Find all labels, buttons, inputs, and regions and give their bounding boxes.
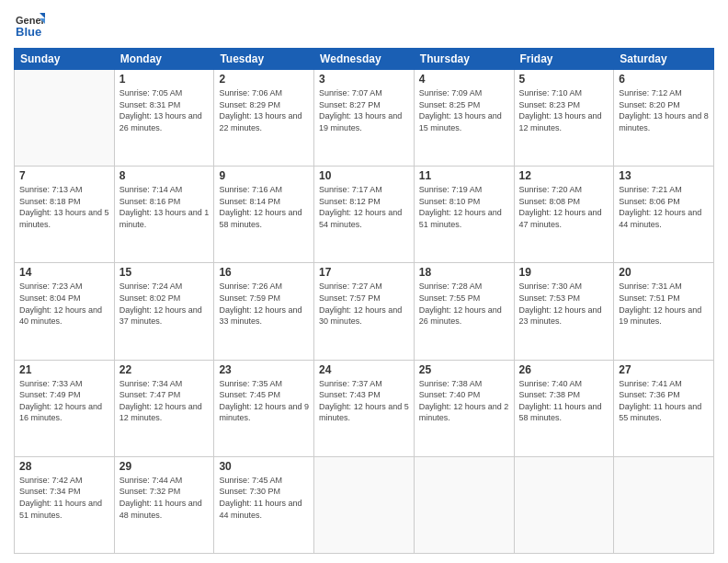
calendar-cell: 27Sunrise: 7:41 AMSunset: 7:36 PMDayligh… (614, 360, 714, 456)
weekday-header-sunday: Sunday (15, 49, 115, 70)
day-number: 23 (219, 363, 309, 376)
calendar-cell: 11Sunrise: 7:19 AMSunset: 8:10 PMDayligh… (414, 167, 514, 263)
calendar-cell: 28Sunrise: 7:42 AMSunset: 7:34 PMDayligh… (15, 456, 115, 553)
calendar-cell (15, 70, 115, 167)
weekday-header-thursday: Thursday (414, 49, 514, 70)
day-number: 22 (119, 363, 210, 376)
calendar-cell: 15Sunrise: 7:24 AMSunset: 8:02 PMDayligh… (114, 263, 214, 360)
day-number: 11 (419, 169, 509, 182)
day-number: 24 (319, 363, 409, 376)
day-number: 19 (519, 266, 609, 279)
day-number: 30 (219, 460, 309, 473)
day-info: Sunrise: 7:05 AMSunset: 8:31 PMDaylight:… (119, 87, 210, 133)
calendar-cell: 20Sunrise: 7:31 AMSunset: 7:51 PMDayligh… (614, 263, 714, 360)
calendar-cell: 24Sunrise: 7:37 AMSunset: 7:43 PMDayligh… (314, 360, 415, 456)
calendar-cell: 14Sunrise: 7:23 AMSunset: 8:04 PMDayligh… (15, 263, 115, 360)
logo-icon: General Blue (14, 9, 45, 40)
day-number: 29 (119, 460, 210, 473)
day-number: 26 (519, 363, 609, 376)
calendar-cell: 23Sunrise: 7:35 AMSunset: 7:45 PMDayligh… (214, 360, 314, 456)
calendar-cell (414, 456, 514, 553)
day-number: 16 (219, 266, 309, 279)
day-info: Sunrise: 7:09 AMSunset: 8:25 PMDaylight:… (419, 87, 509, 133)
day-number: 28 (19, 460, 109, 473)
calendar-cell: 12Sunrise: 7:20 AMSunset: 8:08 PMDayligh… (514, 167, 614, 263)
day-info: Sunrise: 7:38 AMSunset: 7:40 PMDaylight:… (419, 378, 509, 424)
day-number: 27 (619, 363, 709, 376)
calendar-cell: 8Sunrise: 7:14 AMSunset: 8:16 PMDaylight… (114, 167, 214, 263)
calendar-cell: 10Sunrise: 7:17 AMSunset: 8:12 PMDayligh… (314, 167, 415, 263)
calendar-cell: 18Sunrise: 7:28 AMSunset: 7:55 PMDayligh… (414, 263, 514, 360)
day-number: 3 (319, 73, 409, 86)
day-info: Sunrise: 7:33 AMSunset: 7:49 PMDaylight:… (19, 378, 109, 424)
day-number: 7 (19, 169, 109, 182)
calendar-cell (514, 456, 614, 553)
day-info: Sunrise: 7:06 AMSunset: 8:29 PMDaylight:… (219, 87, 309, 133)
day-number: 20 (619, 266, 709, 279)
calendar-cell: 16Sunrise: 7:26 AMSunset: 7:59 PMDayligh… (214, 263, 314, 360)
day-number: 1 (119, 73, 210, 86)
calendar-cell: 26Sunrise: 7:40 AMSunset: 7:38 PMDayligh… (514, 360, 614, 456)
weekday-header-monday: Monday (114, 49, 214, 70)
calendar-cell (314, 456, 415, 553)
day-number: 15 (119, 266, 210, 279)
week-row-0: 1Sunrise: 7:05 AMSunset: 8:31 PMDaylight… (15, 70, 714, 167)
calendar-cell: 22Sunrise: 7:34 AMSunset: 7:47 PMDayligh… (114, 360, 214, 456)
day-number: 21 (19, 363, 109, 376)
day-info: Sunrise: 7:31 AMSunset: 7:51 PMDaylight:… (619, 281, 709, 327)
page: General Blue SundayMondayTuesdayWednesda… (0, 0, 728, 563)
calendar-cell: 21Sunrise: 7:33 AMSunset: 7:49 PMDayligh… (15, 360, 115, 456)
calendar-cell: 9Sunrise: 7:16 AMSunset: 8:14 PMDaylight… (214, 167, 314, 263)
weekday-header-tuesday: Tuesday (214, 49, 314, 70)
day-number: 12 (519, 169, 609, 182)
day-number: 8 (119, 169, 210, 182)
calendar-table: SundayMondayTuesdayWednesdayThursdayFrid… (14, 48, 714, 554)
day-number: 18 (419, 266, 509, 279)
day-number: 14 (19, 266, 109, 279)
day-number: 10 (319, 169, 409, 182)
day-info: Sunrise: 7:35 AMSunset: 7:45 PMDaylight:… (219, 378, 309, 424)
day-info: Sunrise: 7:16 AMSunset: 8:14 PMDaylight:… (219, 184, 309, 230)
day-info: Sunrise: 7:44 AMSunset: 7:32 PMDaylight:… (119, 475, 210, 521)
day-info: Sunrise: 7:24 AMSunset: 8:02 PMDaylight:… (119, 281, 210, 327)
day-info: Sunrise: 7:26 AMSunset: 7:59 PMDaylight:… (219, 281, 309, 327)
calendar-cell: 6Sunrise: 7:12 AMSunset: 8:20 PMDaylight… (614, 70, 714, 167)
day-number: 13 (619, 169, 709, 182)
weekday-header-wednesday: Wednesday (314, 49, 415, 70)
calendar-cell: 4Sunrise: 7:09 AMSunset: 8:25 PMDaylight… (414, 70, 514, 167)
calendar-cell: 13Sunrise: 7:21 AMSunset: 8:06 PMDayligh… (614, 167, 714, 263)
calendar-cell: 29Sunrise: 7:44 AMSunset: 7:32 PMDayligh… (114, 456, 214, 553)
day-info: Sunrise: 7:34 AMSunset: 7:47 PMDaylight:… (119, 378, 210, 424)
day-info: Sunrise: 7:10 AMSunset: 8:23 PMDaylight:… (519, 87, 609, 133)
weekday-header-friday: Friday (514, 49, 614, 70)
calendar-cell: 3Sunrise: 7:07 AMSunset: 8:27 PMDaylight… (314, 70, 415, 167)
week-row-2: 14Sunrise: 7:23 AMSunset: 8:04 PMDayligh… (15, 263, 714, 360)
day-number: 9 (219, 169, 309, 182)
day-info: Sunrise: 7:27 AMSunset: 7:57 PMDaylight:… (319, 281, 409, 327)
day-info: Sunrise: 7:42 AMSunset: 7:34 PMDaylight:… (19, 475, 109, 521)
header: General Blue (14, 9, 714, 40)
day-info: Sunrise: 7:14 AMSunset: 8:16 PMDaylight:… (119, 184, 210, 230)
week-row-1: 7Sunrise: 7:13 AMSunset: 8:18 PMDaylight… (15, 167, 714, 263)
day-info: Sunrise: 7:45 AMSunset: 7:30 PMDaylight:… (219, 475, 309, 521)
day-info: Sunrise: 7:23 AMSunset: 8:04 PMDaylight:… (19, 281, 109, 327)
day-info: Sunrise: 7:30 AMSunset: 7:53 PMDaylight:… (519, 281, 609, 327)
calendar-cell (614, 456, 714, 553)
day-number: 17 (319, 266, 409, 279)
day-info: Sunrise: 7:12 AMSunset: 8:20 PMDaylight:… (619, 87, 709, 133)
calendar-cell: 2Sunrise: 7:06 AMSunset: 8:29 PMDaylight… (214, 70, 314, 167)
day-info: Sunrise: 7:21 AMSunset: 8:06 PMDaylight:… (619, 184, 709, 230)
weekday-header-row: SundayMondayTuesdayWednesdayThursdayFrid… (15, 49, 714, 70)
day-info: Sunrise: 7:41 AMSunset: 7:36 PMDaylight:… (619, 378, 709, 424)
day-info: Sunrise: 7:07 AMSunset: 8:27 PMDaylight:… (319, 87, 409, 133)
day-number: 4 (419, 73, 509, 86)
calendar-cell: 1Sunrise: 7:05 AMSunset: 8:31 PMDaylight… (114, 70, 214, 167)
day-info: Sunrise: 7:37 AMSunset: 7:43 PMDaylight:… (319, 378, 409, 424)
calendar-cell: 30Sunrise: 7:45 AMSunset: 7:30 PMDayligh… (214, 456, 314, 553)
logo: General Blue (14, 9, 45, 40)
day-info: Sunrise: 7:17 AMSunset: 8:12 PMDaylight:… (319, 184, 409, 230)
weekday-header-saturday: Saturday (614, 49, 714, 70)
svg-text:Blue: Blue (16, 25, 41, 39)
day-number: 2 (219, 73, 309, 86)
day-info: Sunrise: 7:20 AMSunset: 8:08 PMDaylight:… (519, 184, 609, 230)
